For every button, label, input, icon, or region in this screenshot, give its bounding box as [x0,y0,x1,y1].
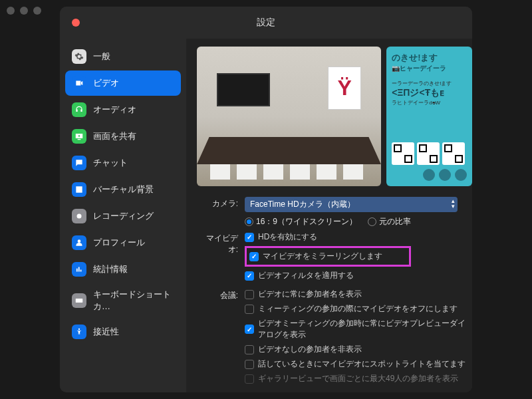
video-off-on-join-checkbox[interactable]: ミィーティングの参加の際にマイビデオをオフにします [245,303,472,315]
svg-point-1 [78,239,81,243]
share-screen-icon [72,129,86,144]
video-filter-checkbox[interactable]: ビデオフィルタを適用する [245,270,472,281]
sidebar-item-share-screen[interactable]: 画面を共有 [65,124,181,149]
mirror-video-checkbox[interactable]: マイビデオをミラーリングします [249,251,382,262]
aspect-ratio-wide-radio[interactable]: 16：9（ワイドスクリーン） [245,216,357,227]
virtual-background-overlay: のきせ!ます 📷ヒャーデイーラ ーラーデーラのきせ!ます <ΞΠジ<Ŧもᴇ ラヒ… [386,47,472,186]
sidebar-item-label: キーボードショートカ… [93,289,174,313]
chat-icon [72,156,86,170]
sidebar-item-accessibility[interactable]: 接近性 [65,319,181,344]
chevron-updown-icon: ▴▾ [452,198,455,209]
settings-panel-video: Ÿ のきせ!ます 📷ヒャーデイーラ ーラーデーラのきせ!ます <ΞΠジ<Ŧもᴇ … [186,39,472,392]
sidebar-item-label: バーチャル背景 [93,184,154,196]
video-icon [72,76,86,90]
sidebar-item-label: チャット [93,157,128,169]
sidebar-item-label: ビデオ [93,77,119,89]
statistics-icon [72,262,86,277]
qr-code [417,142,440,165]
social-icon [423,169,435,181]
camera-label: カメラ: [197,197,245,209]
camera-select[interactable]: FaceTime HDカメラ（内蔵） ▴▾ [245,197,458,212]
outer-traffic-lights [7,7,41,15]
sidebar-item-label: プロフィール [93,237,145,249]
svg-rect-2 [76,299,83,303]
virtual-background-icon [72,182,86,197]
spotlight-speaker-checkbox[interactable]: 話しているときにマイビデオにスポットライトを当てます [245,358,472,370]
sidebar-item-label: 統計情報 [93,263,128,275]
keyboard-icon [72,293,86,308]
sidebar-item-chat[interactable]: チャット [65,150,181,176]
sidebar-item-virtual-background[interactable]: バーチャル背景 [65,177,181,202]
close-window-button[interactable] [72,19,80,27]
sidebar-item-label: オーディオ [93,104,136,116]
svg-point-3 [78,329,80,330]
settings-sidebar: 一般 ビデオ オーディオ 画面を共有 チャット バーチャル背景 [60,39,186,392]
aspect-ratio-original-radio[interactable]: 元の比率 [368,216,411,227]
meeting-label: 会議: [197,289,245,301]
sidebar-item-label: レコーディング [93,210,154,222]
settings-window: 設定 一般 ビデオ オーディオ 画面を共有 チャット [60,7,472,392]
enable-hd-checkbox[interactable]: HDを有効にする [245,231,472,243]
profile-icon [72,235,86,250]
window-title: 設定 [60,7,472,39]
hide-non-video-checkbox[interactable]: ビデオなしの参加者を非表示 [245,344,472,355]
qr-code [442,142,465,165]
sidebar-item-recording[interactable]: レコーディング [65,203,181,229]
gallery-49-checkbox[interactable]: ギャラリービューで画面ごとに最大49人の参加者を表示 [245,373,472,384]
sidebar-item-label: 画面を共有 [93,130,136,142]
show-participant-name-checkbox[interactable]: ビデオに常に参加者名を表示 [245,289,472,300]
my-video-label: マイビデオ: [197,231,245,255]
sidebar-item-keyboard-shortcuts[interactable]: キーボードショートカ… [65,283,181,318]
social-icon [439,169,451,181]
recording-icon [72,209,86,223]
accessibility-icon [72,325,86,339]
camera-preview: Ÿ [197,47,381,186]
traffic-lights [72,19,80,27]
sidebar-item-video[interactable]: ビデオ [65,70,181,96]
gear-icon [72,49,86,64]
sidebar-item-profile[interactable]: プロフィール [65,230,181,255]
sidebar-item-label: 接近性 [93,326,119,338]
svg-point-0 [77,214,82,219]
link-icon [455,169,467,181]
sidebar-item-statistics[interactable]: 統計情報 [65,257,181,282]
sidebar-item-general[interactable]: 一般 [65,44,181,69]
sidebar-item-audio[interactable]: オーディオ [65,97,181,122]
sidebar-item-label: 一般 [93,51,110,63]
headphones-icon [72,102,86,117]
preview-dialog-checkbox[interactable]: ビデオミーティングの参加時に常にビデオプレビューダイアログを表示 [245,318,472,340]
highlight-annotation: マイビデオをミラーリングします [245,246,411,267]
qr-code [392,142,414,165]
